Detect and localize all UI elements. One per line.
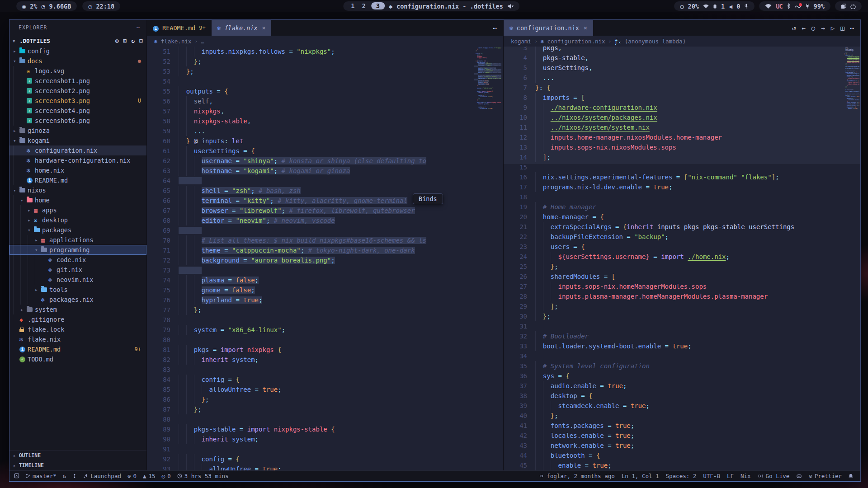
- status-item-lf[interactable]: LF: [727, 473, 734, 479]
- tree-item-tools[interactable]: ▸tools: [9, 285, 146, 295]
- status-item-0[interactable]: ⊗0: [127, 473, 137, 479]
- code-line-36[interactable]: 36 sys = {: [504, 371, 860, 381]
- tree-item-apps[interactable]: ▸▦apps: [9, 205, 146, 215]
- tree-item-readme-md[interactable]: iREADME.md: [9, 175, 146, 185]
- workspace-2[interactable]: 2: [360, 2, 368, 9]
- timeline-icon[interactable]: ↺: [792, 24, 796, 32]
- code-line-83[interactable]: 83: [147, 365, 503, 375]
- tree-item-docs[interactable]: ▾docs●: [9, 56, 146, 66]
- nav-dot-icon[interactable]: ○: [811, 24, 815, 32]
- code-line-24[interactable]: 24 ${userSettings.username} = import ./h…: [504, 252, 860, 262]
- code-line-82[interactable]: 82 inherit system;: [147, 355, 503, 365]
- code-line-51[interactable]: 51 inputs.nixpkgs.follows = "nixpkgs";: [147, 47, 503, 56]
- connectivity-widget[interactable]: UC 99%: [759, 1, 830, 11]
- code-line-53[interactable]: 53 };: [147, 66, 503, 76]
- tree-item-packages-nix[interactable]: ❄packages.nix: [9, 295, 146, 305]
- code-line-32[interactable]: 32 # Bootloader: [504, 331, 860, 341]
- nav-back-icon[interactable]: ←: [802, 24, 805, 32]
- status-item-go-live[interactable]: Go Live: [758, 473, 790, 479]
- system-monitor-widget[interactable]: ◉ 2% ◔ 9.66GB: [16, 1, 77, 11]
- code-line-85[interactable]: 85 allowUnfree = true;: [147, 385, 503, 394]
- code-line-41[interactable]: 41 fonts.packages = true;: [504, 421, 860, 431]
- tree-item-ginoza[interactable]: ▸ginoza: [9, 126, 146, 136]
- code-line-52[interactable]: 52 };: [147, 56, 503, 66]
- code-line-92[interactable]: 92 config = {: [147, 454, 503, 464]
- split-editor-icon[interactable]: ◫: [840, 24, 844, 32]
- tree-item-screenshot2-png[interactable]: ▴screenshot2.png: [9, 86, 146, 96]
- tree-item-readme-md[interactable]: iREADME.md9+: [9, 344, 146, 354]
- code-line-44[interactable]: 44 bluetooth = {: [504, 450, 860, 460]
- status-item-utf-8[interactable]: UTF-8: [703, 473, 720, 479]
- mute-icon[interactable]: [507, 4, 514, 9]
- code-line-62[interactable]: 62 username = "shinya"; # konsta or shin…: [147, 156, 503, 166]
- editor-flake-nix[interactable]: 51 inputs.nixpkgs.follows = "nixpkgs";52…: [147, 47, 503, 470]
- tree-item-code-nix[interactable]: ❄code.nix: [9, 255, 146, 265]
- breadcrumb-item-[interactable]: …: [201, 38, 204, 45]
- code-line-68[interactable]: 68 editor = "neovim"; # neovim, vscode: [147, 216, 503, 225]
- tree-item-programming[interactable]: ▾programming: [9, 245, 146, 255]
- tree-item-screenshot6-png[interactable]: ▴screenshot6.png: [9, 116, 146, 126]
- code-line-65[interactable]: 65 shell = "zsh"; # bash, zsh: [147, 186, 503, 196]
- close-icon[interactable]: ×: [584, 24, 587, 31]
- code-line-33[interactable]: 33 boot.loader.systemd-boot.enable = tru…: [504, 341, 860, 351]
- tree-item-neovim-nix[interactable]: ❄neovim.nix: [9, 275, 146, 285]
- code-line-75[interactable]: 75 gnome = false;: [147, 285, 503, 295]
- code-line-66[interactable]: 66 terminal = "kitty"; # kitty, alacritt…: [147, 196, 503, 206]
- status-item-prettier[interactable]: ⊘Prettier: [809, 473, 842, 479]
- code-line-27[interactable]: 27 inputs.sops-nix.homeManagerModules.so…: [504, 282, 860, 291]
- code-line-78[interactable]: 78: [147, 315, 503, 325]
- code-line-91[interactable]: 91: [147, 444, 503, 454]
- run-icon[interactable]: ▷: [831, 24, 835, 32]
- code-line-38[interactable]: 38 desktop = {: [504, 391, 860, 401]
- tree-item-desktop[interactable]: ▸⊡desktop: [9, 215, 146, 225]
- workspace-root[interactable]: ▾ .DOTFILES ⊕⊞↻⊟: [9, 35, 146, 46]
- clock-widget[interactable]: ◷ 22:18: [82, 1, 120, 11]
- code-line-73[interactable]: 73: [147, 265, 503, 275]
- code-line-69[interactable]: 69: [147, 225, 503, 235]
- tree-item-logo-svg[interactable]: ✳logo.svg: [9, 66, 146, 76]
- tree-item-applications[interactable]: ▸▦applications: [9, 235, 146, 245]
- code-line-35[interactable]: 35 # System level configuration: [504, 361, 860, 371]
- tab-configuration-nix[interactable]: ❄configuration.nix×: [504, 20, 593, 36]
- status-item-foglar-2-months-ago[interactable]: foglar, 2 months ago: [539, 473, 615, 479]
- code-line-22[interactable]: 22 backupFileExtension = "backup";: [504, 232, 860, 242]
- code-line-64[interactable]: 64: [147, 176, 503, 186]
- code-line-72[interactable]: 72 background = "aurora_borealis.png";: [147, 255, 503, 265]
- code-line-29[interactable]: 29 ];: [504, 301, 860, 311]
- code-line-88[interactable]: 88: [147, 414, 503, 424]
- code-line-55[interactable]: 55 outputs = {: [147, 86, 503, 96]
- code-line-31[interactable]: 31: [504, 321, 860, 331]
- breadcrumb-item-kogami[interactable]: kogami: [511, 38, 531, 45]
- code-line-79[interactable]: 79 system = "x86_64-linux";: [147, 325, 503, 335]
- audio-widget[interactable]: ○ 20% 1 ◀ 0: [674, 1, 755, 11]
- code-line-86[interactable]: 86 };: [147, 394, 503, 404]
- tab-flake-nix[interactable]: ❄flake.nix×: [212, 20, 272, 36]
- more-actions-icon[interactable]: ⋯: [850, 24, 854, 32]
- code-line-77[interactable]: 77 };: [147, 305, 503, 315]
- code-line-56[interactable]: 56 self,: [147, 96, 503, 106]
- code-line-81[interactable]: 81 pkgs = import nixpkgs {: [147, 345, 503, 355]
- code-line-58[interactable]: 58 nixpkgs-stable,: [147, 116, 503, 126]
- code-line-30[interactable]: 30 };: [504, 311, 860, 321]
- minimap-left[interactable]: 51 inputs.nixpkgs.follows = "nixpkgs";52…: [474, 47, 501, 109]
- code-line-26[interactable]: 26 sharedModules = [: [504, 272, 860, 282]
- status-item-source-control-icon[interactable]: [72, 473, 77, 479]
- code-line-63[interactable]: 63 hostname = "kogami"; # kogami or gino…: [147, 166, 503, 176]
- code-line-42[interactable]: 42 locales.enable = true;: [504, 431, 860, 441]
- code-line-60[interactable]: 60 } @ inputs: let: [147, 136, 503, 146]
- code-line-87[interactable]: 87 };: [147, 404, 503, 414]
- status-item-0[interactable]: ◎0: [162, 473, 171, 479]
- tree-item-flake-nix[interactable]: ❄flake.nix: [9, 334, 146, 344]
- code-line-39[interactable]: 39 steamdeck.enable = true;: [504, 401, 860, 411]
- code-line-61[interactable]: 61 userSettings = {: [147, 146, 503, 156]
- code-line-18[interactable]: 18: [504, 192, 860, 202]
- status-item-copilot-icon[interactable]: [796, 474, 802, 479]
- code-line-21[interactable]: 21 extraSpecialArgs = {inherit inputs pk…: [504, 222, 860, 232]
- code-line-37[interactable]: 37 audio.enable = true;: [504, 381, 860, 391]
- code-line-57[interactable]: 57 nixpkgs,: [147, 106, 503, 116]
- tree-item-home-nix[interactable]: ❄home.nix: [9, 165, 146, 175]
- code-line-67[interactable]: 67 browser = "librewolf"; # firefox, lib…: [147, 206, 503, 216]
- tree-item-home[interactable]: ▾home: [9, 195, 146, 205]
- breadcrumb-item-flake-nix[interactable]: ❄ flake.nix: [154, 38, 192, 45]
- code-line-80[interactable]: 80: [147, 335, 503, 345]
